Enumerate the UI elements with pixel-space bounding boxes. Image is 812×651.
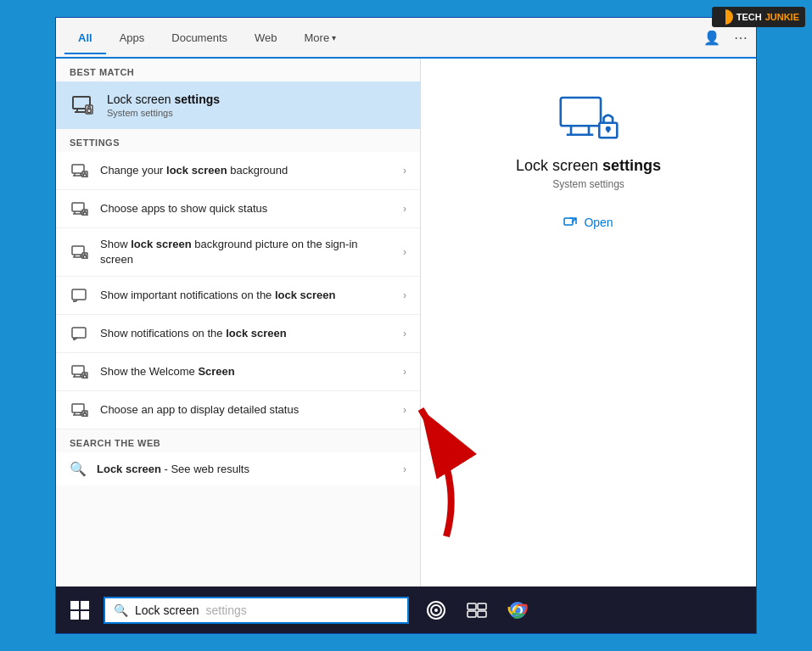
chevron-icon-2: ›	[403, 203, 406, 215]
menu-item-text-important-notifications: Show important notifications on the lock…	[100, 288, 393, 303]
best-match-item[interactable]: Lock screen settings System settings	[56, 81, 420, 129]
settings-section-label: Settings	[56, 129, 420, 152]
menu-item-choose-app-detailed[interactable]: Choose an app to display detailed status…	[56, 391, 420, 429]
detail-title: Lock screen settings	[516, 157, 661, 175]
tab-web[interactable]: Web	[241, 23, 291, 54]
open-label: Open	[584, 216, 613, 229]
start-menu: All Apps Documents Web More 👤 ⋯ Best mat…	[56, 18, 756, 586]
search-icon: 🔍	[114, 603, 128, 617]
detail-icon	[555, 93, 623, 143]
svg-rect-62	[468, 611, 476, 617]
tab-more[interactable]: More	[291, 23, 350, 54]
svg-rect-54	[81, 601, 89, 609]
web-search-label: Search the web	[56, 429, 420, 452]
chevron-icon-6: ›	[403, 366, 406, 378]
menu-item-text-choose-apps: Choose apps to show quick status	[100, 201, 393, 216]
more-options-icon[interactable]: ⋯	[734, 30, 748, 46]
detail-subtitle: System settings	[552, 178, 624, 190]
best-match-icon	[70, 92, 97, 119]
tabs-right: 👤 ⋯	[703, 30, 748, 46]
watermark-junkie: JUNKIE	[765, 12, 799, 22]
web-search-text: Lock screen - See web results	[97, 462, 393, 477]
svg-rect-56	[81, 611, 89, 620]
chevron-icon-4: ›	[403, 289, 406, 301]
watermark-logo	[718, 9, 733, 25]
monitor-icon-4	[70, 362, 90, 382]
monitor-icon-5	[70, 400, 90, 420]
open-button[interactable]: Open	[563, 216, 613, 229]
person-icon[interactable]: 👤	[703, 30, 720, 46]
main-container: All Apps Documents Web More 👤 ⋯ Best mat…	[55, 17, 757, 634]
taskbar-icons	[423, 597, 531, 624]
menu-item-text-welcome: Show the Welcome Screen	[100, 364, 393, 379]
left-panel: Best match	[56, 59, 421, 586]
svg-rect-63	[478, 611, 486, 617]
start-button[interactable]	[63, 593, 97, 627]
watermark: TECHJUNKIE	[712, 7, 805, 27]
menu-item-text-notifications: Show notifications on the lock screen	[100, 326, 393, 341]
web-search-item[interactable]: 🔍 Lock screen - See web results ›	[56, 452, 420, 485]
menu-item-show-important-notifications[interactable]: Show important notifications on the lock…	[56, 277, 420, 315]
menu-item-choose-apps[interactable]: Choose apps to show quick status ›	[56, 190, 420, 228]
watermark-tech: TECH	[736, 12, 762, 22]
search-value: Lock screen	[135, 603, 199, 617]
best-match-subtitle: System settings	[107, 108, 406, 118]
open-icon	[563, 216, 577, 229]
svg-rect-51	[564, 218, 573, 225]
chevron-icon-7: ›	[403, 404, 406, 416]
tabs-bar: All Apps Documents Web More 👤 ⋯	[56, 18, 756, 59]
menu-item-show-notifications[interactable]: Show notifications on the lock screen ›	[56, 315, 420, 353]
tab-documents[interactable]: Documents	[158, 23, 241, 54]
tab-apps[interactable]: Apps	[106, 23, 159, 54]
svg-rect-60	[468, 603, 476, 609]
search-box[interactable]: 🔍 Lock screensettings	[104, 597, 409, 624]
best-match-label: Best match	[56, 59, 420, 81]
tab-all[interactable]: All	[64, 23, 106, 54]
monitor-icon-2	[70, 199, 90, 219]
search-placeholder-text: settings	[205, 603, 246, 617]
content-area: Best match	[56, 59, 756, 586]
chevron-icon-1: ›	[403, 165, 406, 177]
svg-rect-55	[70, 611, 79, 620]
task-view-icon[interactable]	[463, 597, 490, 624]
chevron-icon-3: ›	[403, 246, 406, 258]
chevron-icon-5: ›	[403, 328, 406, 340]
best-match-text: Lock screen settings System settings	[107, 93, 406, 118]
menu-item-text-show-background: Show lock screen background picture on t…	[100, 237, 393, 267]
chat-icon-1	[70, 285, 90, 306]
cortana-icon[interactable]	[423, 597, 450, 624]
svg-rect-50	[607, 129, 609, 132]
svg-point-59	[434, 609, 438, 612]
svg-rect-44	[560, 98, 600, 126]
menu-item-show-background-signin[interactable]: Show lock screen background picture on t…	[56, 228, 420, 277]
chat-icon-2	[70, 323, 90, 344]
svg-rect-61	[478, 603, 486, 609]
monitor-icon-3	[70, 242, 90, 262]
monitor-icon-1	[70, 160, 90, 181]
menu-item-show-welcome-screen[interactable]: Show the Welcome Screen ›	[56, 353, 420, 391]
best-match-title: Lock screen settings	[107, 93, 406, 106]
right-panel: Lock screen settings System settings Ope…	[421, 59, 756, 586]
svg-rect-28	[72, 289, 86, 300]
chrome-icon[interactable]	[504, 597, 531, 624]
taskbar: 🔍 Lock screensettings	[56, 586, 756, 633]
svg-rect-29	[72, 328, 86, 338]
menu-item-change-background[interactable]: Change your lock screen background ›	[56, 152, 420, 190]
menu-item-text-change-background: Change your lock screen background	[100, 163, 393, 178]
chevron-icon-web: ›	[403, 463, 406, 475]
menu-item-text-detailed: Choose an app to display detailed status	[100, 402, 393, 418]
svg-rect-53	[70, 601, 79, 609]
search-web-icon: 🔍	[70, 461, 87, 477]
